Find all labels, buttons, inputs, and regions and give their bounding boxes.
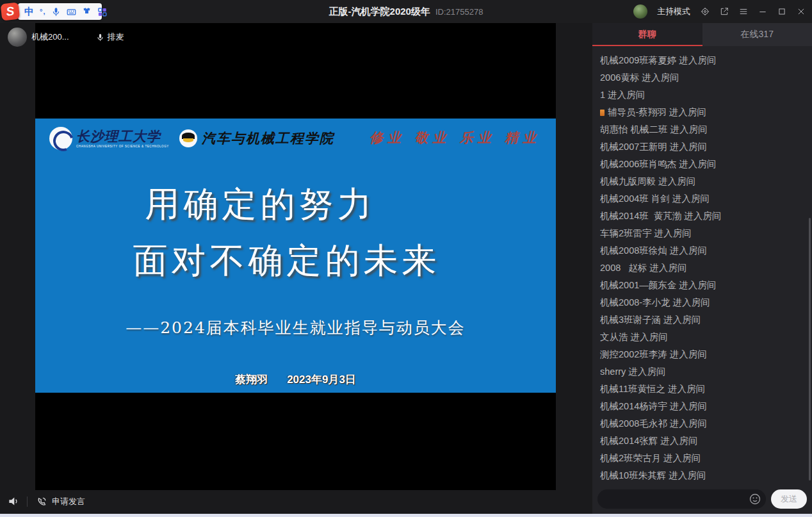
chat-message: 机械3班谢子涵 进入房间 <box>600 311 804 329</box>
ime-skin-tshirt-icon[interactable] <box>82 7 92 17</box>
titlebar-controls: 主持模式 <box>633 0 806 23</box>
queue-mic-label: 排麦 <box>108 31 124 43</box>
chat-panel: 群聊 在线317 机械2009班蒋夏婷 进入房间2006黄标 进入房间1 进入房… <box>592 23 812 517</box>
titlebar-center: 正版-汽机学院2020级年 ID:21755278 <box>329 0 483 23</box>
chat-message: 机械2009班蒋夏婷 进入房间 <box>600 52 804 69</box>
tab-group-chat[interactable]: 群聊 <box>592 23 702 46</box>
divider <box>27 496 28 507</box>
presentation-slide: 长沙理工大学 CHANGSHA UNIVERSITY OF SCIENCE & … <box>35 119 556 393</box>
microphone-icon <box>96 33 104 42</box>
slide-author: 蔡翔羽 <box>235 373 268 386</box>
chat-message: 车辆2班雷宇 进入房间 <box>600 225 804 242</box>
menu-icon[interactable] <box>738 7 748 17</box>
settings-gear-icon[interactable] <box>700 7 710 17</box>
maximize-icon[interactable] <box>777 7 786 17</box>
ime-keyboard-icon[interactable] <box>67 7 76 17</box>
slide-title: 用确定的努力 面对不确定的未来 <box>35 179 556 286</box>
chat-message: 机械2008毛永祁 进入房间 <box>600 415 804 432</box>
open-external-icon[interactable] <box>719 7 729 17</box>
app-window: 中 °, S 正版-汽机学院2020级年 ID:21755278 <box>0 0 812 517</box>
ime-language-toggle[interactable]: 中 <box>24 6 34 18</box>
ime-toolbar-pill: 中 °, <box>18 3 102 20</box>
slide-subtitle: ——2024届本科毕业生就业指导与动员大会 <box>35 317 556 338</box>
request-speak-label: 申请发言 <box>52 496 85 507</box>
presenter-avatar[interactable] <box>8 28 27 47</box>
chat-scrollbar[interactable] <box>809 218 811 480</box>
college-logo <box>179 129 197 147</box>
chat-message: 1 进入房间 <box>600 86 804 104</box>
chat-message: 机械2014杨诗宇 进入房间 <box>600 398 804 415</box>
ime-sogou-logo[interactable]: S <box>1 3 20 21</box>
chat-message: 机械10班朱其辉 进入房间 <box>600 467 804 484</box>
university-names: 长沙理工大学 CHANGSHA UNIVERSITY OF SCIENCE & … <box>76 129 169 148</box>
chat-input[interactable] <box>597 489 766 509</box>
chat-input-wrap <box>597 489 766 509</box>
admin-badge-icon <box>600 110 605 116</box>
close-icon[interactable] <box>796 7 806 17</box>
minimize-icon[interactable] <box>758 7 767 17</box>
chat-message: 机械2014班 黄芃渤 进入房间 <box>600 208 804 225</box>
chat-message: 胡惠怡 机械二班 进入房间 <box>600 121 804 138</box>
presenter-name: 机械200... <box>31 31 69 43</box>
queue-mic-button[interactable]: 排麦 <box>96 31 124 43</box>
chat-message: 机械2004班 肖剑 进入房间 <box>600 190 804 208</box>
video-stage: 机械200... 排麦 长沙理工大学 CHANGSHA UNIVERSITY O… <box>0 23 592 517</box>
presenter-overlay: 机械200... 排麦 <box>8 28 124 47</box>
request-speak-button[interactable]: 申请发言 <box>37 496 85 507</box>
host-avatar[interactable] <box>633 4 647 19</box>
chat-message: 机械2班荣古月 进入房间 <box>600 450 804 467</box>
university-logo <box>49 127 72 150</box>
university-name: 长沙理工大学 <box>76 129 169 144</box>
chat-message: 机械2001—颜东金 进入房间 <box>600 277 804 294</box>
window-bottom-edge <box>0 514 812 517</box>
send-button[interactable]: 发送 <box>771 489 807 509</box>
chat-message: 2008 赵标 进入房间 <box>600 259 804 277</box>
chat-message: 机械2014张辉 进入房间 <box>600 432 804 450</box>
chat-message: 机械11班黄恒之 进入房间 <box>600 381 804 398</box>
tab-online-members[interactable]: 在线317 <box>702 23 812 46</box>
slide-motto: 修业 敬业 乐业 精业 <box>369 129 540 147</box>
chat-input-bar: 发送 <box>597 489 807 509</box>
video-frame: 长沙理工大学 CHANGSHA UNIVERSITY OF SCIENCE & … <box>35 23 556 490</box>
stage-bottom-bar: 申请发言 <box>0 490 592 513</box>
ime-microphone-icon[interactable] <box>51 7 61 17</box>
slide-footer: 蔡翔羽2023年9月3日 <box>35 372 556 387</box>
chat-tabs: 群聊 在线317 <box>592 23 812 46</box>
chat-message: 测控2002班李涛 进入房间 <box>600 346 804 363</box>
chat-messages: 机械2009班蒋夏婷 进入房间2006黄标 进入房间1 进入房间辅导员-蔡翔羽 … <box>592 48 812 484</box>
speaker-icon[interactable] <box>8 495 20 508</box>
chat-message: 辅导员-蔡翔羽 进入房间 <box>600 104 804 121</box>
chat-message: sherry 进入房间 <box>600 363 804 381</box>
room-id: ID:21755278 <box>435 7 483 17</box>
room-title: 正版-汽机学院2020级年 <box>329 6 430 18</box>
chat-message: 机械2008-李小龙 进入房间 <box>600 294 804 311</box>
chat-message: 机械2006班肖鸣杰 进入房间 <box>600 156 804 173</box>
slide-title-line1: 用确定的努力 <box>0 179 521 230</box>
chat-message: 机械九版周毅 进入房间 <box>600 173 804 190</box>
ime-grid-menu-icon[interactable] <box>97 7 107 17</box>
host-mode-label[interactable]: 主持模式 <box>657 6 690 17</box>
chat-message: 文从浩 进入房间 <box>600 329 804 346</box>
slide-header: 长沙理工大学 CHANGSHA UNIVERSITY OF SCIENCE & … <box>49 127 334 150</box>
chat-message: 机械2008班徐灿 进入房间 <box>600 242 804 259</box>
chat-message: 机械2007王新明 进入房间 <box>600 138 804 156</box>
titlebar: 中 °, S 正版-汽机学院2020级年 ID:21755278 <box>0 0 812 23</box>
ime-toolbar: 中 °, S <box>1 3 19 21</box>
ime-punctuation-toggle[interactable]: °, <box>40 8 45 15</box>
chat-message: 2006黄标 进入房间 <box>600 69 804 86</box>
university-name-en: CHANGSHA UNIVERSITY OF SCIENCE & TECHNOL… <box>76 145 169 148</box>
phone-raise-hand-icon <box>37 496 47 507</box>
slide-date: 2023年9月3日 <box>287 373 356 386</box>
slide-title-line2: 面对不确定的未来 <box>26 235 547 286</box>
emoji-icon[interactable] <box>749 493 761 505</box>
college-name: 汽车与机械工程学院 <box>202 129 334 147</box>
